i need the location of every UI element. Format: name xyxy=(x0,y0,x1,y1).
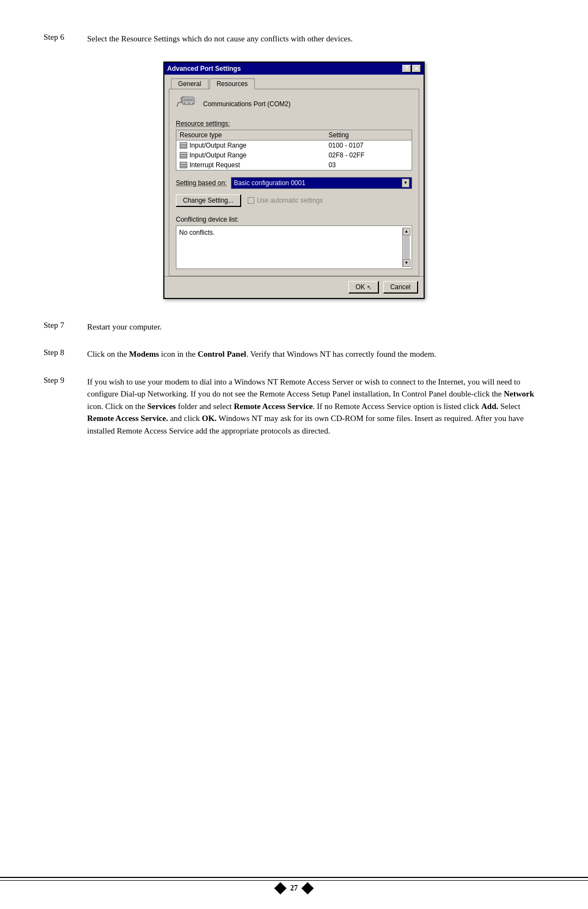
step8-block: Step 8 Click on the Modems icon in the C… xyxy=(44,348,544,361)
step7-block: Step 7 Restart your computer. xyxy=(44,321,544,333)
step8-text: Click on the Modems icon in the Control … xyxy=(87,348,544,361)
conflict-list: No conflicts. ▲ ▼ xyxy=(176,225,412,269)
device-name: Communications Port (COM2) xyxy=(203,100,291,108)
titlebar-buttons: ? × xyxy=(402,65,421,72)
table-row[interactable]: Interrupt Request 03 xyxy=(176,160,412,170)
resource-table: Resource type Setting Input/Output Range… xyxy=(176,130,412,170)
resource-setting-2: 02F8 - 02FF xyxy=(325,150,412,160)
ok-button[interactable]: OK ↖ xyxy=(348,281,379,294)
table-row[interactable]: Input/Output Range 02F8 - 02FF xyxy=(176,150,412,160)
step9-label: Step 9 xyxy=(44,376,76,437)
step6-block: Step 6 Select the Resource Settings whic… xyxy=(44,33,544,45)
resource-icon-2 xyxy=(180,152,187,158)
table-row[interactable]: Input/Output Range 0100 - 0107 xyxy=(176,140,412,150)
resource-setting-3: 03 xyxy=(325,160,412,170)
step6-text: Select the Resource Settings which do no… xyxy=(87,33,544,45)
use-automatic-checkbox[interactable] xyxy=(248,197,254,204)
dialog-wrapper: Advanced Port Settings ? × General Resou… xyxy=(44,62,544,299)
scroll-down-button[interactable]: ▼ xyxy=(403,259,411,267)
col-setting: Setting xyxy=(325,130,412,140)
resource-type-1: Input/Output Range xyxy=(176,140,326,150)
step9-bold-network: Network xyxy=(504,389,534,398)
setting-based-dropdown[interactable]: Basic configuration 0001 ▼ xyxy=(231,177,412,189)
conflict-list-content: No conflicts. xyxy=(178,228,402,267)
dialog-titlebar: Advanced Port Settings ? × xyxy=(164,63,424,75)
page-number-area: 27 xyxy=(276,884,312,893)
resource-type-2: Input/Output Range xyxy=(176,150,326,160)
step7-label: Step 7 xyxy=(44,321,76,333)
diamond-left xyxy=(274,882,287,895)
step8-label: Step 8 xyxy=(44,348,76,361)
step8-bold-controlpanel: Control Panel xyxy=(198,350,246,358)
page-footer: 27 xyxy=(0,877,588,893)
change-setting-button[interactable]: Change Setting... xyxy=(176,194,241,207)
resource-settings-label: Resource settings: xyxy=(176,120,412,127)
step9-text: If you wish to use your modem to dial in… xyxy=(87,376,544,437)
device-row: Communications Port (COM2) xyxy=(176,96,412,112)
footer-line-top xyxy=(0,877,588,878)
page-number: 27 xyxy=(290,884,298,893)
cancel-button[interactable]: Cancel xyxy=(383,281,418,294)
step9-bold-ras: Remote Access Service xyxy=(234,402,313,411)
conflict-scrollbar: ▲ ▼ xyxy=(402,228,410,267)
device-icon xyxy=(176,96,198,112)
col-type: Resource type xyxy=(176,130,326,140)
svg-point-2 xyxy=(183,102,186,105)
change-setting-row: Change Setting... Use automatic settings xyxy=(176,194,412,207)
tab-row: General Resources xyxy=(171,78,419,89)
page-content: Step 6 Select the Resource Settings whic… xyxy=(44,33,544,437)
step6-label: Step 6 xyxy=(44,33,76,45)
step8-bold-modems: Modems xyxy=(129,350,159,358)
advanced-port-settings-dialog: Advanced Port Settings ? × General Resou… xyxy=(163,62,425,299)
resource-table-header: Resource type Setting xyxy=(176,130,412,140)
footer-line-bottom xyxy=(0,880,588,881)
help-button[interactable]: ? xyxy=(402,65,411,72)
step9-bold-ras2: Remote Access Service. xyxy=(87,414,168,423)
step9-bold-services: Services xyxy=(147,402,175,411)
scroll-up-button[interactable]: ▲ xyxy=(403,228,411,235)
diamond-right xyxy=(302,882,314,895)
use-automatic-row: Use automatic settings xyxy=(248,197,323,204)
resource-icon-3 xyxy=(180,162,187,168)
tab-resources[interactable]: Resources xyxy=(210,78,255,89)
step9-bold-ok: OK. xyxy=(202,414,217,423)
use-automatic-label: Use automatic settings xyxy=(257,197,323,204)
close-button[interactable]: × xyxy=(412,65,421,72)
tab-content-resources: Communications Port (COM2) Resource sett… xyxy=(169,89,419,276)
step9-bold-add: Add. xyxy=(481,402,498,411)
resource-setting-1: 0100 - 0107 xyxy=(325,140,412,150)
step9-block: Step 9 If you wish to use your modem to … xyxy=(44,376,544,437)
step7-text: Restart your computer. xyxy=(87,321,544,333)
no-conflicts-text: No conflicts. xyxy=(179,229,215,236)
dialog-footer: OK ↖ Cancel xyxy=(164,276,424,298)
svg-rect-1 xyxy=(183,99,193,101)
dropdown-arrow-icon[interactable]: ▼ xyxy=(402,179,409,187)
conflicting-device-label: Conflicting device list: xyxy=(176,216,412,223)
resource-icon-1 xyxy=(180,142,187,149)
tab-general[interactable]: General xyxy=(171,78,209,89)
resource-type-3: Interrupt Request xyxy=(176,160,326,170)
setting-based-label: Setting based on: xyxy=(176,179,226,187)
svg-point-4 xyxy=(192,102,194,105)
scroll-track xyxy=(404,235,409,259)
svg-point-3 xyxy=(188,102,190,105)
dropdown-value: Basic configuration 0001 xyxy=(234,179,305,187)
setting-based-row: Setting based on: Basic configuration 00… xyxy=(176,177,412,189)
dialog-title: Advanced Port Settings xyxy=(167,65,241,72)
